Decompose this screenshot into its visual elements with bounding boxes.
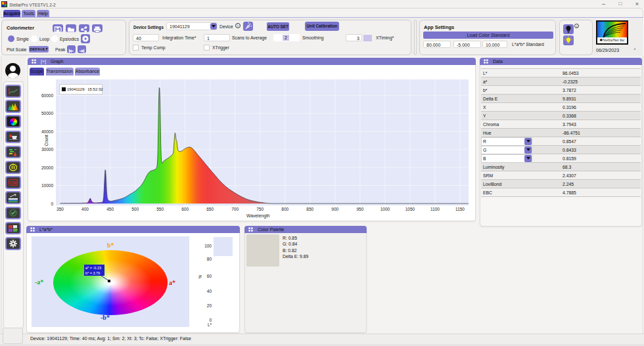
- svg-text:CM: CM: [10, 181, 16, 185]
